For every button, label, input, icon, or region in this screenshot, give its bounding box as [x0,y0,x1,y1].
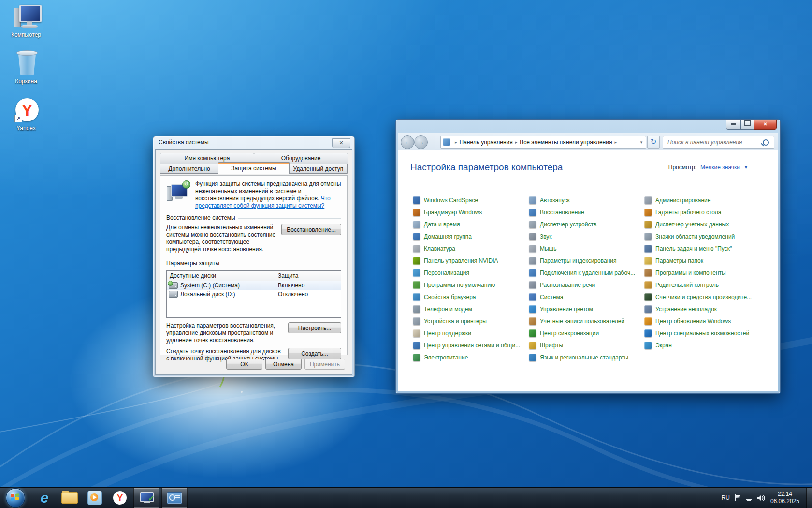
taskbar-control-panel[interactable] [161,488,188,508]
cp-item[interactable]: Центр синхронизации [525,327,639,339]
language-indicator[interactable]: RU [722,494,730,501]
drive-row[interactable]: Локальный диск (D:)Отключено [167,290,341,299]
close-icon[interactable]: ✕ [332,138,350,148]
network-icon[interactable] [745,495,753,501]
cp-item[interactable]: Родительский контроль [641,279,755,291]
desktop-icon-yandex[interactable]: Y↗Yandex [3,96,49,132]
cp-item[interactable]: Распознавание речи [525,279,639,291]
cp-item[interactable]: Подключения к удаленным рабоч... [525,267,639,279]
breadcrumb-control-panel[interactable]: Панель управления [460,139,513,146]
cp-item[interactable]: Панель задач и меню "Пуск" [641,242,755,254]
search-input[interactable] [667,138,763,146]
apply-button[interactable]: Применить [304,359,345,370]
back-icon[interactable]: ← [401,135,414,149]
cp-item[interactable]: Параметры папок [641,254,755,267]
taskbar-internet-explorer[interactable]: e [32,488,57,508]
cp-item[interactable]: Счетчики и средства производите... [641,291,755,303]
cp-item[interactable]: Свойства браузера [409,291,523,303]
desktop-icon-компьютер[interactable]: Компьютер [3,3,49,38]
view-label: Просмотр: [668,164,696,171]
cp-item[interactable]: Диспетчер устройств [525,218,639,230]
create-restore-point-button[interactable]: Создать... [288,348,341,359]
tab-2[interactable]: Удаленный доступ [289,164,348,174]
forward-icon[interactable]: → [414,135,428,149]
configure-button[interactable]: Настроить... [288,322,341,333]
cp-item[interactable]: Программы по умолчанию [409,279,523,291]
cp-item[interactable]: Учетные записи пользователей [525,315,639,327]
desktop-icon-корзина[interactable]: Корзина [3,49,49,85]
cp-item-icon [413,269,420,277]
cp-item[interactable]: Программы и компоненты [641,267,755,279]
cp-item[interactable]: Центр обновления Windows [641,315,755,327]
breadcrumb-all-items[interactable]: Все элементы панели управления [520,139,612,146]
cp-item-icon [529,342,536,349]
cp-item[interactable]: Параметры индексирования [525,254,639,267]
taskbar-windows-explorer[interactable] [57,488,82,508]
cp-item[interactable]: Значки области уведомлений [641,230,755,242]
action-center-flag-icon[interactable] [735,494,740,501]
tab-0[interactable]: Дополнительно [160,164,218,174]
cp-item[interactable]: Центр поддержки [409,327,523,339]
cp-item[interactable]: Windows CardSpace [409,194,523,206]
cp-item[interactable]: Автозапуск [525,194,639,206]
cp-item[interactable]: Брандмауэр Windows [409,206,523,218]
volume-icon[interactable] [757,494,766,502]
cp-item[interactable]: Устройства и принтеры [409,315,523,327]
address-dropdown-icon[interactable]: ▾ [637,136,646,148]
close-icon[interactable]: ✕ [754,120,777,130]
cp-item[interactable]: Персонализация [409,267,523,279]
protected-drives-list[interactable]: Доступные диски Защита System (C:) (Сист… [166,270,341,318]
cp-item-icon [644,196,652,204]
computer-icon [11,3,42,30]
cp-item[interactable]: Система [525,291,639,303]
cp-item[interactable]: Гаджеты рабочего стола [641,206,755,218]
cp-item[interactable]: Язык и региональные стандарты [525,351,639,363]
cp-item[interactable]: Центр специальных возможностей [641,327,755,339]
cp-item[interactable]: Шрифты [525,339,639,351]
cp-item[interactable]: Дата и время [409,218,523,230]
minimize-icon[interactable] [726,120,741,130]
maximize-icon[interactable] [740,120,754,130]
search-box[interactable] [663,136,774,149]
cp-item[interactable]: Управление цветом [525,303,639,315]
cp-item[interactable]: Электропитание [409,351,523,363]
cp-item-label: Значки области уведомлений [655,233,735,240]
taskbar-system-properties[interactable]: ✓ [133,488,160,508]
refresh-icon[interactable]: ↻ [647,136,660,149]
cp-item[interactable]: Администрирование [641,194,755,206]
cancel-button[interactable]: Отмена [265,359,302,370]
cp-item[interactable]: Домашняя группа [409,230,523,242]
restore-button[interactable]: Восстановление... [281,224,341,235]
page-title: Настройка параметров компьютера [410,162,563,173]
taskbar-yandex-browser[interactable]: Y [107,488,132,508]
start-button[interactable] [6,488,25,508]
cp-item[interactable]: Звук [525,230,639,242]
dialog-titlebar[interactable]: Свойства системы ✕ [153,136,355,149]
taskbar-media-player[interactable] [82,488,107,508]
cp-item[interactable]: Экран [641,339,755,351]
cp-column-3: АдминистрированиеГаджеты рабочего столаД… [641,194,755,351]
ok-button[interactable]: ОК [226,359,262,370]
cp-item[interactable]: Мышь [525,242,639,254]
show-desktop-button[interactable] [806,488,812,508]
cp-item-icon [529,269,536,277]
cp-item-label: Гаджеты рабочего стола [655,209,721,216]
address-bar[interactable]: ▸ Панель управления ▸ Все элементы панел… [440,136,646,149]
cp-item-label: Звук [540,233,552,240]
tray-date: 06.06.2025 [770,498,799,505]
drive-row[interactable]: System (C:) (Система)Включено [167,281,341,290]
cp-item[interactable]: Диспетчер учетных данных [641,218,755,230]
cp-item[interactable]: Панель управления NVIDIA [409,254,523,267]
view-mode-dropdown[interactable]: Мелкие значки [700,164,740,171]
cp-item[interactable]: Центр управления сетями и общи... [409,339,523,351]
cp-item-label: Центр обновления Windows [655,318,731,325]
cp-item[interactable]: Устранение неполадок [641,303,755,315]
cp-item[interactable]: Телефон и модем [409,303,523,315]
cp-item[interactable]: Клавиатура [409,242,523,254]
cp-titlebar[interactable]: ✕ [395,119,781,133]
clock[interactable]: 22:14 06.06.2025 [770,491,799,505]
tab-1[interactable]: Защита системы [218,162,290,174]
restore-group-title: Восстановление системы [166,214,235,221]
cp-item-icon [529,329,536,337]
cp-item[interactable]: Восстановление [525,206,639,218]
